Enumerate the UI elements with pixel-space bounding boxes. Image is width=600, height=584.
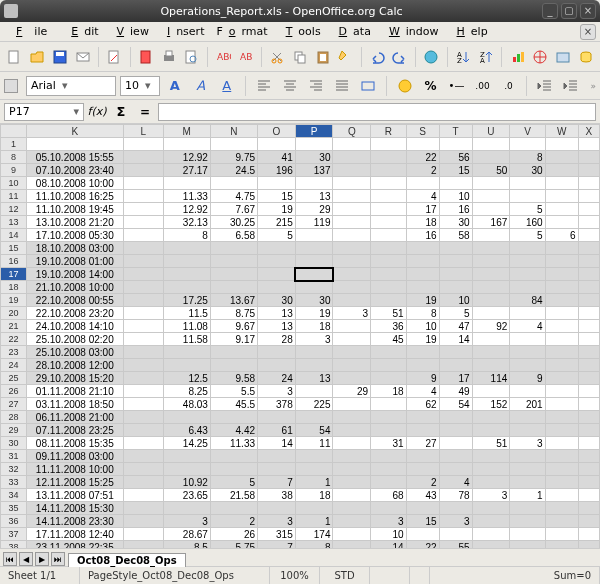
cell-T18[interactable] [439, 281, 472, 294]
cell-M29[interactable]: 6.43 [163, 424, 210, 437]
datasources-button[interactable] [575, 46, 596, 68]
cell-R27[interactable] [371, 398, 406, 411]
cell-R26[interactable]: 18 [371, 385, 406, 398]
save-button[interactable] [49, 46, 70, 68]
cell-T29[interactable] [439, 424, 472, 437]
cell-N14[interactable]: 6.58 [210, 229, 257, 242]
cell-O34[interactable]: 38 [258, 489, 296, 502]
cell-U31[interactable] [472, 450, 510, 463]
cell-R10[interactable] [371, 177, 406, 190]
print-button[interactable] [158, 46, 179, 68]
cell-S22[interactable]: 19 [406, 333, 439, 346]
cell-M10[interactable] [163, 177, 210, 190]
cell-N26[interactable]: 5.5 [210, 385, 257, 398]
cell-M32[interactable] [163, 463, 210, 476]
navigator-button[interactable] [530, 46, 551, 68]
cell-L35[interactable] [123, 502, 163, 515]
cell-W38[interactable] [545, 541, 578, 549]
format-paintbrush-button[interactable] [335, 46, 356, 68]
cell-L19[interactable] [123, 294, 163, 307]
cell-U25[interactable]: 114 [472, 372, 510, 385]
cell-U17[interactable] [472, 268, 510, 281]
cell-S12[interactable]: 17 [406, 203, 439, 216]
row-header-18[interactable]: 18 [1, 281, 27, 294]
cell-Q38[interactable] [333, 541, 371, 549]
cell-S21[interactable]: 10 [406, 320, 439, 333]
cell-U30[interactable]: 51 [472, 437, 510, 450]
cut-button[interactable] [267, 46, 288, 68]
new-button[interactable] [4, 46, 25, 68]
cell-O10[interactable] [258, 177, 296, 190]
cell-L9[interactable] [123, 164, 163, 177]
cell-K36[interactable]: 14.11.2008 23:30 [26, 515, 123, 528]
cell-K25[interactable]: 29.10.2008 15:20 [26, 372, 123, 385]
cell-X35[interactable] [578, 502, 599, 515]
cell-R31[interactable] [371, 450, 406, 463]
cell-N31[interactable] [210, 450, 257, 463]
cell-U20[interactable] [472, 307, 510, 320]
cell-T14[interactable]: 58 [439, 229, 472, 242]
align-left-button[interactable] [253, 75, 275, 97]
cell-W28[interactable] [545, 411, 578, 424]
cell-X16[interactable] [578, 255, 599, 268]
cell-R25[interactable] [371, 372, 406, 385]
cell-W17[interactable] [545, 268, 578, 281]
cell-M1[interactable] [163, 138, 210, 151]
col-header-R[interactable]: R [371, 125, 406, 138]
cell-R14[interactable] [371, 229, 406, 242]
cell-W9[interactable] [545, 164, 578, 177]
cell-N20[interactable]: 8.75 [210, 307, 257, 320]
formula-input[interactable] [158, 103, 596, 121]
cell-S11[interactable]: 4 [406, 190, 439, 203]
cell-W20[interactable] [545, 307, 578, 320]
cell-M26[interactable]: 8.25 [163, 385, 210, 398]
cell-P29[interactable]: 54 [295, 424, 333, 437]
cell-V33[interactable] [510, 476, 545, 489]
cell-R24[interactable] [371, 359, 406, 372]
cell-P23[interactable] [295, 346, 333, 359]
row-header-14[interactable]: 14 [1, 229, 27, 242]
cell-V36[interactable] [510, 515, 545, 528]
cell-P13[interactable]: 119 [295, 216, 333, 229]
cell-M16[interactable] [163, 255, 210, 268]
cell-L1[interactable] [123, 138, 163, 151]
cell-W1[interactable] [545, 138, 578, 151]
cell-P24[interactable] [295, 359, 333, 372]
cell-P32[interactable] [295, 463, 333, 476]
cell-T21[interactable]: 47 [439, 320, 472, 333]
cell-R19[interactable] [371, 294, 406, 307]
cell-K29[interactable]: 07.11.2008 23:25 [26, 424, 123, 437]
cell-N21[interactable]: 9.67 [210, 320, 257, 333]
cell-T33[interactable]: 4 [439, 476, 472, 489]
cell-S14[interactable]: 16 [406, 229, 439, 242]
cell-K33[interactable]: 12.11.2008 15:25 [26, 476, 123, 489]
cell-K16[interactable]: 19.10.2008 01:00 [26, 255, 123, 268]
cell-R28[interactable] [371, 411, 406, 424]
cell-M17[interactable] [163, 268, 210, 281]
spreadsheet-grid[interactable]: KLMNOPQRSTUVWX1805.10.2008 15:5512.929.7… [0, 124, 600, 548]
cell-P8[interactable]: 30 [295, 151, 333, 164]
cell-P38[interactable]: 8 [295, 541, 333, 549]
cell-V37[interactable] [510, 528, 545, 541]
cell-T15[interactable] [439, 242, 472, 255]
email-button[interactable] [72, 46, 93, 68]
cell-L24[interactable] [123, 359, 163, 372]
cell-R30[interactable]: 31 [371, 437, 406, 450]
percent-button[interactable]: % [420, 75, 442, 97]
menu-file[interactable]: File [4, 23, 59, 40]
cell-Q1[interactable] [333, 138, 371, 151]
cell-M14[interactable]: 8 [163, 229, 210, 242]
row-header-22[interactable]: 22 [1, 333, 27, 346]
cell-K12[interactable]: 11.10.2008 19:45 [26, 203, 123, 216]
sheet-tab-active[interactable]: Oct08_Dec08_Ops [68, 553, 186, 567]
menu-format[interactable]: Format [210, 23, 273, 40]
cell-S26[interactable]: 4 [406, 385, 439, 398]
select-all-corner[interactable] [1, 125, 27, 138]
cell-M18[interactable] [163, 281, 210, 294]
cell-L16[interactable] [123, 255, 163, 268]
cell-M33[interactable]: 10.92 [163, 476, 210, 489]
cell-W21[interactable] [545, 320, 578, 333]
cell-V23[interactable] [510, 346, 545, 359]
cell-T28[interactable] [439, 411, 472, 424]
cell-M21[interactable]: 11.08 [163, 320, 210, 333]
